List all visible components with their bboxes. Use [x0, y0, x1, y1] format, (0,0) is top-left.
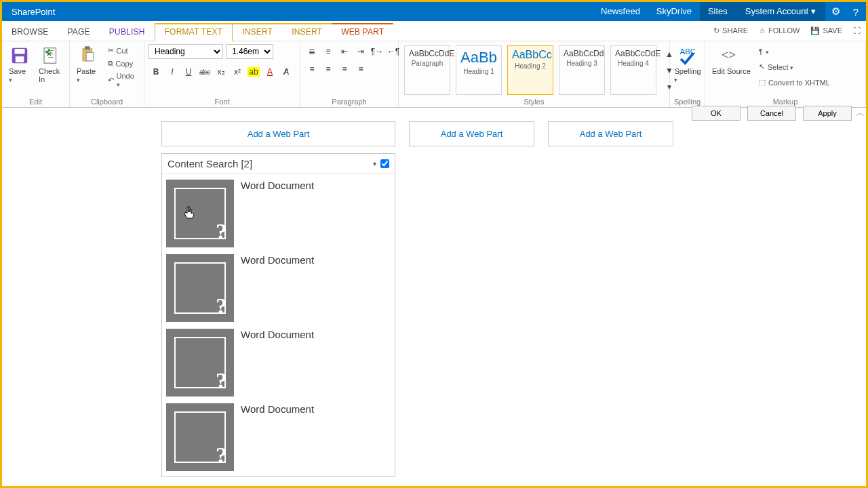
outdent-icon: ⇤: [341, 47, 348, 56]
result-item[interactable]: ? Word Document: [166, 254, 391, 322]
underline-button[interactable]: U: [181, 64, 196, 79]
globe-icon: ¶: [759, 47, 763, 56]
result-item[interactable]: ? Word Document: [166, 180, 391, 247]
tab-web-part[interactable]: WEB PART: [332, 23, 393, 41]
tab-insert-2[interactable]: INSERT: [282, 23, 332, 41]
group-paragraph-label: Paragraph: [304, 96, 394, 107]
font-size-select[interactable]: 1.46em: [226, 44, 273, 59]
save-action[interactable]: 💾 SAVE: [805, 20, 848, 41]
checkin-button[interactable]: Check In: [36, 44, 65, 85]
group-paragraph: ≣ ≡ ⇤ ⇥ ¶→ ←¶ ≡ ≡ ≡ ≡ Paragraph: [300, 41, 399, 107]
align-left-button[interactable]: ≡: [304, 62, 319, 77]
cut-button[interactable]: ✂Cut: [105, 45, 140, 56]
superscript-button[interactable]: x²: [230, 64, 245, 79]
result-item[interactable]: ? Word Document: [166, 403, 391, 471]
select-button[interactable]: ↖Select: [756, 62, 833, 72]
page-canvas: Add a Web Part Content Search [2] ▾ ? Wo…: [2, 108, 866, 486]
add-web-part-right[interactable]: Add a Web Part: [548, 121, 673, 146]
svg-text:<>: <>: [722, 48, 736, 62]
convert-xhtml-button[interactable]: ⬚Convert to XHTML: [756, 77, 833, 87]
tab-insert[interactable]: INSERT: [233, 23, 282, 41]
copy-button[interactable]: ⧉Copy: [105, 58, 140, 68]
align-center-icon: ≡: [326, 64, 330, 74]
outdent-button[interactable]: ⇤: [337, 44, 352, 59]
suite-brand[interactable]: SharePoint: [2, 7, 64, 17]
group-font: Heading 1.46em B I U abc x₂ x² ab A A̸ F…: [144, 41, 300, 107]
svg-rect-1: [15, 49, 25, 54]
font-name-select[interactable]: Heading: [149, 44, 223, 59]
style-heading-1[interactable]: AaBbHeading 1: [456, 45, 502, 95]
numbering-button[interactable]: ≡: [321, 44, 336, 59]
nav-sites[interactable]: Sites: [700, 2, 736, 21]
numbering-icon: ≡: [326, 47, 330, 56]
align-right-icon: ≡: [342, 64, 347, 74]
style-heading-2[interactable]: AaBbCcHeading 2: [507, 45, 553, 95]
tab-format-text[interactable]: FORMAT TEXT: [155, 23, 233, 41]
save-button[interactable]: Save: [6, 44, 33, 85]
group-edit: Save Check In Edit: [2, 41, 70, 107]
bold-button[interactable]: B: [149, 64, 163, 79]
result-thumbnail: ?: [166, 254, 234, 322]
result-title[interactable]: Word Document: [241, 180, 314, 191]
spellcheck-icon: ABC: [677, 45, 698, 66]
web-part-select-checkbox[interactable]: [380, 159, 389, 168]
share-icon: ↻: [713, 26, 719, 35]
group-edit-label: Edit: [6, 96, 65, 107]
group-font-label: Font: [149, 96, 296, 107]
subscript-button[interactable]: x₂: [214, 64, 229, 79]
result-title[interactable]: Word Document: [241, 254, 314, 266]
ltr-button[interactable]: ¶→: [370, 44, 384, 59]
align-justify-button[interactable]: ≡: [353, 62, 368, 77]
result-item[interactable]: ? Word Document: [166, 329, 391, 396]
copy-icon: ⧉: [108, 59, 113, 68]
zone-right: Add a Web Part: [548, 121, 673, 146]
add-web-part-center[interactable]: Add a Web Part: [409, 121, 534, 146]
style-paragraph[interactable]: AaBbCcDdEParagraph: [404, 45, 450, 95]
clear-format-button[interactable]: A̸: [279, 64, 294, 79]
tab-publish[interactable]: PUBLISH: [100, 23, 155, 41]
tab-page[interactable]: PAGE: [58, 23, 100, 41]
align-center-button[interactable]: ≡: [321, 62, 336, 77]
share-action[interactable]: ↻ SHARE: [708, 20, 753, 41]
ribbon-tabs: BROWSE PAGE PUBLISH FORMAT TEXT INSERT I…: [2, 21, 866, 41]
question-icon: ?: [216, 443, 227, 468]
add-web-part-main[interactable]: Add a Web Part: [161, 121, 395, 146]
chevron-down-icon: ▾: [811, 2, 816, 21]
paste-button[interactable]: Paste: [74, 44, 102, 85]
highlight-icon: ab: [248, 67, 259, 77]
zone-main: Add a Web Part Content Search [2] ▾ ? Wo…: [161, 121, 395, 477]
undo-button[interactable]: ↶Undo: [105, 71, 140, 89]
web-part-menu-chevron[interactable]: ▾: [369, 160, 380, 167]
help-icon[interactable]: ?: [846, 6, 866, 18]
result-thumbnail: ?: [166, 403, 234, 471]
strike-button[interactable]: abc: [197, 64, 212, 79]
cursor-icon: ↖: [759, 62, 765, 71]
web-part-header[interactable]: Content Search [2] ▾: [162, 154, 395, 174]
suite-bar: SharePoint Newsfeed SkyDrive Sites Syste…: [2, 2, 866, 21]
italic-button[interactable]: I: [165, 64, 180, 79]
spelling-button[interactable]: ABC Spelling: [674, 44, 701, 85]
bullets-button[interactable]: ≣: [304, 44, 319, 59]
style-heading-4[interactable]: AaBbCcDdEHeading 4: [610, 45, 656, 95]
result-title[interactable]: Word Document: [241, 329, 314, 340]
focus-icon[interactable]: ⛶: [848, 20, 866, 41]
gear-icon[interactable]: ⚙: [825, 5, 846, 18]
align-right-button[interactable]: ≡: [337, 62, 352, 77]
result-thumbnail: ?: [166, 180, 234, 247]
group-styles: AaBbCcDdEParagraph AaBbHeading 1 AaBbCcH…: [399, 41, 670, 107]
edit-source-button[interactable]: <> Edit Source: [709, 44, 753, 77]
result-title[interactable]: Word Document: [241, 403, 314, 415]
indent-button[interactable]: ⇥: [353, 44, 368, 59]
style-heading-3[interactable]: AaBbCcDdHeading 3: [559, 45, 605, 95]
highlight-button[interactable]: ab: [246, 64, 261, 79]
user-menu[interactable]: System Account ▾: [736, 2, 825, 21]
tab-browse[interactable]: BROWSE: [2, 23, 58, 41]
font-color-button[interactable]: A: [262, 64, 277, 79]
star-icon: ☆: [759, 26, 766, 35]
language-button[interactable]: ¶: [756, 47, 833, 56]
nav-newsfeed[interactable]: Newsfeed: [593, 2, 648, 21]
nav-skydrive[interactable]: SkyDrive: [648, 2, 700, 21]
follow-action[interactable]: ☆ FOLLOW: [753, 20, 805, 41]
group-markup: <> Edit Source ¶ ↖Select ⬚Convert to XHT…: [705, 41, 866, 107]
checkin-icon: [41, 45, 61, 66]
